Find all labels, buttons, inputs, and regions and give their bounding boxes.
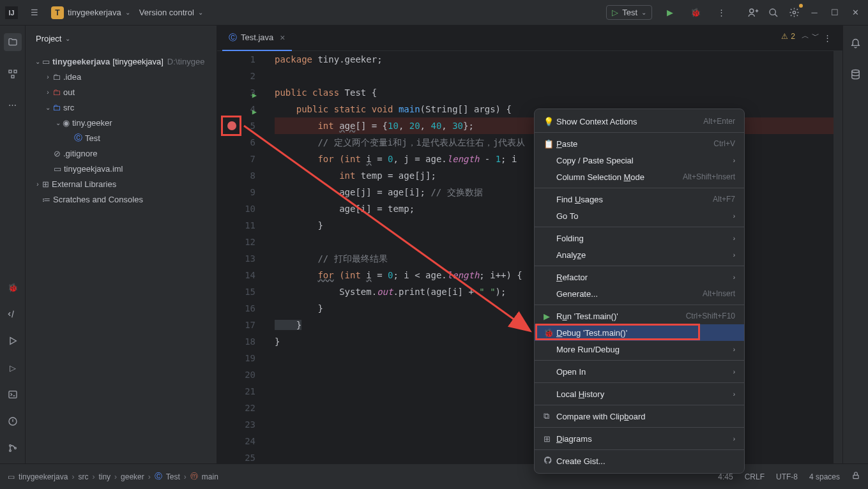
tree-root[interactable]: ⌄ ▭ tinygeekerjava [tinygeekjava] D:\tin… — [26, 54, 217, 69]
tree-external-libs[interactable]: › ⊞ External Libraries — [26, 176, 217, 192]
class-icon: Ⓒ — [229, 32, 237, 43]
services-tool-icon[interactable] — [5, 333, 20, 349]
close-tab-icon[interactable]: × — [280, 33, 285, 43]
diagram-icon: ⊞ — [544, 434, 556, 444]
debug-button[interactable]: 🐞 — [688, 5, 703, 20]
project-tool-icon[interactable] — [4, 33, 22, 51]
crumb-pkg1[interactable]: tiny — [98, 472, 110, 481]
main-menu-icon[interactable]: ☰ — [27, 5, 42, 20]
chevron-up-icon: ︿ — [802, 31, 809, 41]
menu-refactor[interactable]: Refactor› — [535, 269, 744, 285]
editor-gutter[interactable]: 12 3▶ 4▶ 5 678 91011 121314 151617 18192… — [217, 51, 268, 466]
file-encoding[interactable]: UTF-8 — [776, 472, 798, 481]
svg-point-2 — [793, 11, 795, 13]
menu-paste[interactable]: 📋 Paste Ctrl+V — [535, 135, 744, 152]
menu-run-main[interactable]: ▶ Run 'Test.main()' Ctrl+Shift+F10 — [535, 308, 744, 324]
tree-package[interactable]: ⌄ ◉ tiny.geeker — [26, 115, 217, 130]
editor-scrollbar[interactable] — [834, 51, 842, 463]
menu-diagrams[interactable]: ⊞ Diagrams› — [535, 430, 744, 447]
menu-local-history[interactable]: Local History› — [535, 386, 744, 402]
menu-copy-paste-special[interactable]: Copy / Paste Special› — [535, 152, 744, 169]
svg-rect-13 — [853, 475, 858, 478]
crumb-pkg2[interactable]: geeker — [121, 472, 144, 481]
editor-area: Ⓒ Test.java × ⋮ ⚠ 2 ︿ ﹀ 12 3▶ 4▶ 5 678 9… — [217, 26, 842, 463]
readonly-lock-icon[interactable] — [851, 471, 860, 482]
structure-tool-icon[interactable] — [5, 66, 20, 82]
run-config-icon: ▷ — [612, 8, 618, 17]
crumb-src[interactable]: src — [78, 472, 88, 481]
line-separator[interactable]: CRLF — [745, 472, 765, 481]
project-tool-window: Project ⌄ ⌄ ▭ tinygeekerjava [tinygeekja… — [26, 26, 217, 463]
editor-warnings-widget[interactable]: ⚠ 2 ︿ ﹀ — [781, 31, 819, 41]
project-badge-icon: T — [51, 6, 64, 19]
module-icon: ▭ — [8, 472, 15, 481]
indent-widget[interactable]: 4 spaces — [809, 472, 840, 481]
search-icon[interactable] — [766, 5, 781, 20]
code-with-me-icon[interactable] — [745, 5, 761, 20]
run-icon: ▶ — [544, 312, 556, 321]
editor-tabs: Ⓒ Test.java × ⋮ — [217, 26, 842, 51]
class-icon: Ⓒ — [74, 132, 82, 144]
terminal-tool-icon[interactable] — [5, 387, 20, 402]
run-button[interactable]: ▶ — [662, 5, 678, 20]
svg-point-0 — [750, 9, 754, 13]
notifications-icon[interactable] — [848, 36, 864, 51]
menu-column-selection[interactable]: Column Selection Mode Alt+Shift+Insert — [535, 169, 744, 185]
chevron-down-icon: ⌄ — [125, 9, 130, 16]
minimize-icon[interactable]: ─ — [807, 5, 822, 20]
tree-file-gitignore[interactable]: ⊘ .gitignore — [26, 146, 217, 161]
problems-tool-icon[interactable] — [5, 414, 20, 429]
svg-rect-7 — [9, 391, 17, 398]
tab-options-icon[interactable]: ⋮ — [819, 31, 835, 46]
more-tools-icon[interactable]: ⋯ — [5, 97, 20, 112]
more-actions-icon[interactable]: ⋮ — [713, 5, 729, 20]
project-title-label: Project — [36, 34, 61, 43]
tab-test-java[interactable]: Ⓒ Test.java × — [222, 26, 292, 51]
menu-more-run-debug[interactable]: More Run/Debug› — [535, 341, 744, 357]
menu-generate[interactable]: Generate... Alt+Insert — [535, 285, 744, 302]
chevron-down-icon: ⌄ — [65, 35, 70, 42]
chevron-down-icon: ⌄ — [641, 9, 646, 16]
scratches-icon: ≔ — [42, 195, 50, 204]
crumb-method[interactable]: main — [202, 472, 218, 481]
chevron-down-icon: ﹀ — [812, 31, 819, 41]
vcs-tool-icon[interactable] — [5, 440, 20, 456]
tree-folder-out[interactable]: › 🗀 out — [26, 84, 217, 100]
menu-create-gist[interactable]: Create Gist... — [535, 453, 744, 469]
project-selector[interactable]: T tinygeekerjava ⌄ — [51, 6, 130, 19]
tree-scratches[interactable]: ≔ Scratches and Consoles — [26, 192, 217, 207]
menu-compare-clipboard[interactable]: ⧉ Compare with Clipboard — [535, 408, 744, 425]
menu-folding[interactable]: Folding› — [535, 230, 744, 246]
run-tool-icon[interactable]: ▷ — [5, 360, 20, 375]
run-configuration-selector[interactable]: ▷ Test ⌄ — [606, 5, 652, 20]
tree-folder-src[interactable]: ⌄ 🗀 src — [26, 100, 217, 115]
close-window-icon[interactable]: ✕ — [848, 5, 863, 20]
menu-show-context-actions[interactable]: 💡 Show Context Actions Alt+Enter — [535, 113, 744, 130]
tree-file-iml[interactable]: ▭ tinygeekjava.iml — [26, 161, 217, 176]
menu-debug-main[interactable]: 🐞 Debug 'Test.main()' — [535, 324, 744, 341]
build-tool-icon[interactable] — [5, 306, 20, 322]
package-icon: ◉ — [63, 118, 70, 128]
folder-icon: 🗀 — [52, 72, 61, 82]
menu-goto[interactable]: Go To› — [535, 207, 744, 224]
tree-class-test[interactable]: Ⓒ Test — [26, 130, 217, 146]
tree-label: tinygeekjava.iml — [64, 164, 123, 174]
tree-module-label: [tinygeekjava] — [112, 57, 164, 66]
project-header[interactable]: Project ⌄ — [26, 26, 217, 51]
crumb-class[interactable]: Test — [166, 472, 180, 481]
database-tool-icon[interactable] — [848, 66, 864, 82]
top-toolbar: IJ ☰ T tinygeekerjava ⌄ Version control … — [0, 0, 868, 26]
vcs-widget[interactable]: Version control ⌄ — [139, 8, 203, 17]
excluded-folder-icon: 🗀 — [52, 87, 61, 97]
maximize-icon[interactable]: ☐ — [827, 5, 842, 20]
warning-count: 2 — [791, 32, 795, 41]
settings-icon[interactable] — [786, 5, 802, 20]
breadcrumb[interactable]: ▭ tinygeekerjava › src › tiny › geeker ›… — [8, 471, 218, 482]
menu-find-usages[interactable]: Find Usages Alt+F7 — [535, 191, 744, 207]
warning-icon: ⚠ — [781, 32, 788, 41]
menu-open-in[interactable]: Open In› — [535, 363, 744, 380]
menu-analyze[interactable]: Analyze› — [535, 246, 744, 263]
crumb-root[interactable]: tinygeekerjava — [19, 472, 68, 481]
tree-folder-idea[interactable]: › 🗀 .idea — [26, 69, 217, 84]
debug-tool-icon[interactable]: 🐞 — [5, 280, 20, 295]
